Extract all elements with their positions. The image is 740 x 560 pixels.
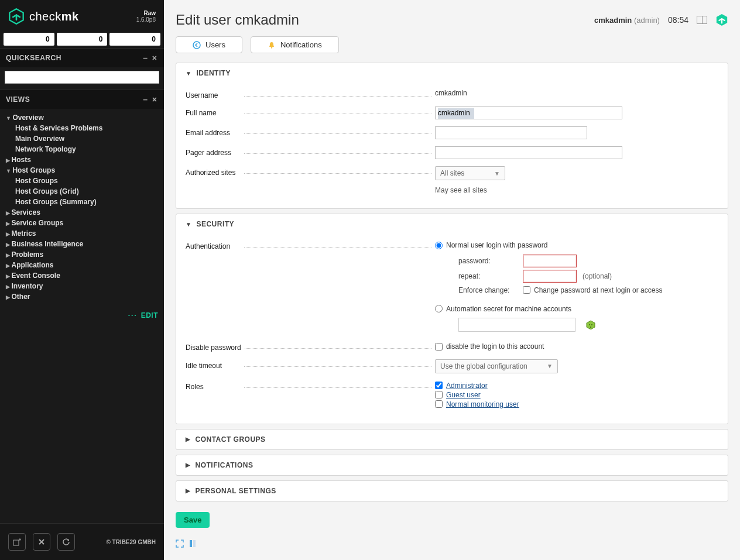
svg-rect-13 [190, 540, 192, 547]
idle-timeout-label: Idle timeout [186, 362, 225, 370]
app-version: Raw 1.6.0p8 [136, 10, 156, 23]
tree-item[interactable]: Host Groups [5, 165, 159, 176]
snapin-controls[interactable]: – × [143, 53, 158, 63]
action-bar: Users Notifications [176, 36, 728, 53]
panel-identity: ▼ IDENTITY Username cmkadmin Full name /… [176, 63, 728, 209]
svg-point-10 [589, 324, 590, 325]
tree-subitem[interactable]: Main Overview [5, 133, 159, 144]
sidebar: checkmk Raw 1.6.0p8 0 0 0 QUICKSEARCH – … [0, 0, 164, 560]
role-check[interactable]: Guest user [435, 391, 718, 399]
back-arrow-icon [193, 41, 201, 49]
roles-label: Roles [186, 383, 207, 391]
password-label: password: [458, 257, 517, 265]
svg-rect-14 [193, 540, 196, 547]
quicksearch-header: QUICKSEARCH – × [0, 48, 164, 67]
panel-contact-groups-header[interactable]: ▶ CONTACT GROUPS [176, 430, 728, 449]
panel-notifications-header[interactable]: ▶ NOTIFICATIONS [176, 455, 728, 475]
enforce-change-check[interactable]: Change password at next login or access [523, 286, 662, 294]
tree-item[interactable]: Overview [5, 112, 159, 123]
svg-rect-1 [13, 540, 19, 545]
svg-marker-9 [587, 321, 595, 329]
logo-text: checkmk [29, 10, 79, 23]
tactical-cell[interactable]: 0 [4, 33, 54, 46]
tree-item[interactable]: Problems [5, 249, 159, 260]
role-link[interactable]: Administrator [446, 382, 488, 390]
enforce-label: Enforce change: [458, 286, 517, 294]
auth-normal-radio[interactable]: Normal user login with password [435, 241, 547, 249]
email-label: Email address [186, 129, 234, 137]
email-input[interactable] [435, 126, 587, 139]
role-check[interactable]: Normal monitoring user [435, 400, 718, 408]
page-status-icon[interactable] [189, 540, 197, 548]
views-edit-link[interactable]: ···EDIT [0, 308, 164, 322]
sidebar-header: checkmk Raw 1.6.0p8 [0, 0, 164, 30]
chevron-right-icon: ▶ [186, 462, 191, 468]
panel-security-header[interactable]: ▼ SECURITY [176, 214, 728, 234]
authentication-label: Authentication [186, 242, 234, 250]
users-button[interactable]: Users [176, 36, 242, 53]
svg-point-12 [590, 327, 591, 328]
add-snapin-icon[interactable] [8, 533, 26, 551]
home-icon[interactable] [715, 13, 728, 26]
idle-timeout-select[interactable]: Use the global configuration▼ [435, 359, 558, 373]
tree-item[interactable]: Hosts [5, 154, 159, 165]
tree-subitem[interactable]: Host & Services Problems [5, 123, 159, 133]
logo[interactable]: checkmk [8, 8, 79, 25]
tree-item[interactable]: Event Console [5, 270, 159, 281]
clock: 08:54 [668, 15, 688, 25]
repeat-optional: (optional) [583, 272, 612, 280]
tree-item[interactable]: Metrics [5, 228, 159, 239]
panel-notifications: ▶ NOTIFICATIONS [176, 455, 728, 476]
tree-subitem[interactable]: Network Topology [5, 144, 159, 154]
authsites-select[interactable]: All sites▼ [435, 166, 505, 180]
quicksearch-input[interactable] [5, 71, 159, 84]
svg-point-11 [591, 324, 592, 325]
tree-subitem[interactable]: Host Groups [5, 176, 159, 186]
tree-subitem[interactable]: Host Groups (Summary) [5, 197, 159, 207]
tactical-overview: 0 0 0 [0, 30, 164, 48]
automation-secret-input[interactable] [458, 318, 575, 332]
tree-item[interactable]: Other [5, 291, 159, 302]
disable-login-check[interactable]: disable the login to this account [435, 342, 544, 351]
views-tree: OverviewHost & Services ProblemsMain Ove… [0, 109, 164, 308]
current-user[interactable]: cmkadmin (admin) [594, 16, 660, 25]
role-link[interactable]: Guest user [446, 391, 481, 399]
tree-item[interactable]: Inventory [5, 281, 159, 291]
disable-password-label: Disable password [186, 343, 245, 352]
notifications-button[interactable]: Notifications [251, 36, 339, 53]
fullname-input[interactable] [435, 106, 622, 119]
fullname-label: Full name [186, 109, 220, 117]
panel-personal-header[interactable]: ▶ PERSONAL SETTINGS [176, 481, 728, 501]
save-button[interactable]: Save [176, 512, 210, 528]
role-link[interactable]: Normal monitoring user [446, 400, 519, 408]
password-input[interactable] [523, 255, 577, 267]
logout-icon[interactable] [33, 533, 50, 551]
auth-automation-radio[interactable]: Automation secret for machine accounts [435, 305, 571, 313]
tree-item[interactable]: Services [5, 207, 159, 218]
pager-label: Pager address [186, 149, 235, 157]
chevron-down-icon: ▼ [186, 221, 191, 228]
tree-item[interactable]: Applications [5, 260, 159, 270]
tree-item[interactable]: Service Groups [5, 218, 159, 228]
fullscreen-icon[interactable] [176, 540, 184, 548]
tactical-cell[interactable]: 0 [109, 33, 160, 46]
panel-security: ▼ SECURITY Authentication Normal user lo… [176, 214, 728, 424]
svg-point-8 [271, 47, 272, 48]
views-title: VIEWS [6, 95, 30, 104]
tactical-cell[interactable]: 0 [57, 33, 108, 46]
reload-icon[interactable] [57, 533, 75, 551]
role-check[interactable]: Administrator [435, 382, 718, 390]
snapin-controls[interactable]: – × [143, 95, 158, 104]
help-icon[interactable] [697, 16, 707, 24]
panel-identity-header[interactable]: ▼ IDENTITY [176, 63, 728, 83]
pager-input[interactable] [435, 146, 622, 159]
chevron-down-icon: ▼ [186, 70, 191, 77]
tree-subitem[interactable]: Host Groups (Grid) [5, 186, 159, 197]
repeat-input[interactable] [523, 270, 577, 283]
dice-icon[interactable] [586, 320, 595, 329]
panel-personal-settings: ▶ PERSONAL SETTINGS [176, 480, 728, 501]
sidebar-footer: © TRIBE29 GMBH [0, 523, 164, 560]
main: Edit user cmkadmin cmkadmin (admin) 08:5… [164, 0, 740, 560]
username-value: cmkadmin [431, 89, 718, 97]
tree-item[interactable]: Business Intelligence [5, 239, 159, 249]
